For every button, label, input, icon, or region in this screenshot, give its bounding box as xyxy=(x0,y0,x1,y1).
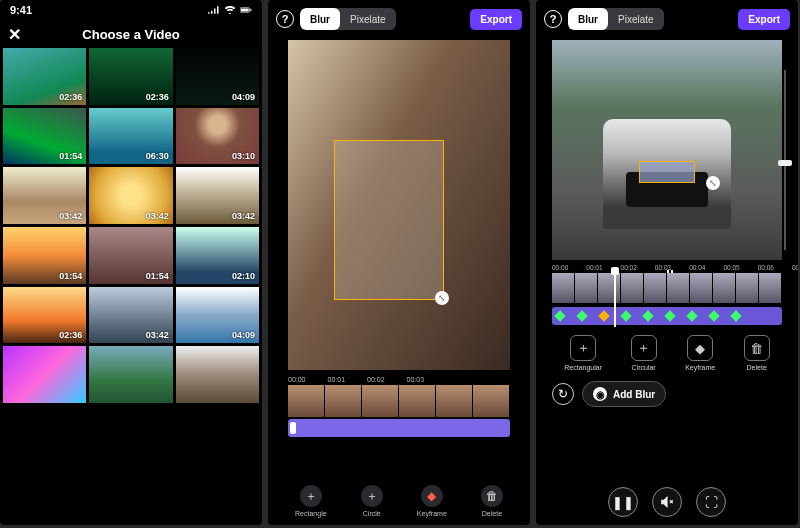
keyframe-marker-icon[interactable] xyxy=(664,310,675,321)
add-blur-button[interactable]: ◉ Add Blur xyxy=(582,381,666,407)
trash-icon: 🗑 xyxy=(481,485,503,507)
video-preview[interactable]: ⤡ xyxy=(288,40,510,370)
video-thumb[interactable]: 06:30 xyxy=(89,108,172,165)
help-icon[interactable]: ? xyxy=(544,10,562,28)
blur-editor-panel-portrait: ? Blur Pixelate Export ⤡ 00:00 00:01 00:… xyxy=(268,0,530,525)
blur-editor-panel-car: ? Blur Pixelate Export ⤡ 00:00 00:01 00:… xyxy=(536,0,798,525)
keyframe-marker-icon[interactable] xyxy=(642,310,653,321)
shape-toolbar: ＋ Rectangle ＋ Circle ◆ Keyframe 🗑 Delete xyxy=(268,485,530,517)
blur-region-rectangle[interactable]: ⤡ xyxy=(334,140,444,300)
export-button[interactable]: Export xyxy=(738,9,790,30)
keyframe-icon: ◆ xyxy=(687,335,713,361)
undo-icon[interactable]: ↻ xyxy=(552,383,574,405)
header: ✕ Choose a Video xyxy=(0,20,262,48)
status-bar: 9:41 xyxy=(0,0,262,20)
playback-controls: ❚❚ ⛶ xyxy=(536,487,798,517)
keyframe-track[interactable] xyxy=(552,307,782,325)
speaker-off-icon xyxy=(660,495,674,509)
video-thumb[interactable]: 02:36 xyxy=(3,48,86,105)
plus-icon: ＋ xyxy=(361,485,383,507)
video-thumb[interactable]: 03:42 xyxy=(176,167,259,224)
plus-icon: ＋ xyxy=(300,485,322,507)
video-thumb[interactable]: 01:54 xyxy=(89,227,172,284)
tab-blur[interactable]: Blur xyxy=(568,8,608,30)
battery-icon xyxy=(240,6,252,14)
tool-keyframe[interactable]: ◆ Keyframe xyxy=(685,335,715,371)
video-grid: 02:36 02:36 04:09 01:54 06:30 03:10 03:4… xyxy=(0,48,262,403)
droplet-icon: ◉ xyxy=(593,387,607,401)
mode-segmented-control: Blur Pixelate xyxy=(300,8,396,30)
tool-delete[interactable]: 🗑 Delete xyxy=(744,335,770,371)
status-icons xyxy=(208,6,252,14)
tool-rectangle[interactable]: ＋ Rectangle xyxy=(295,485,327,517)
keyframe-marker-icon[interactable] xyxy=(686,310,697,321)
tool-keyframe[interactable]: ◆ Keyframe xyxy=(417,485,447,517)
resize-handle-icon[interactable]: ⤡ xyxy=(435,291,449,305)
video-thumb[interactable]: 03:10 xyxy=(176,108,259,165)
video-thumb[interactable] xyxy=(3,346,86,403)
tool-delete[interactable]: 🗑 Delete xyxy=(481,485,503,517)
timeline-ticks: 00:00 00:01 00:02 00:03 xyxy=(268,370,530,385)
plus-icon: ＋ xyxy=(570,335,596,361)
mode-segmented-control: Blur Pixelate xyxy=(568,8,664,30)
page-title: Choose a Video xyxy=(82,27,179,42)
editor-header: ? Blur Pixelate Export xyxy=(268,0,530,36)
playhead[interactable] xyxy=(614,271,616,327)
wifi-icon xyxy=(224,6,236,14)
keyframe-marker-icon[interactable] xyxy=(730,310,741,321)
tab-blur[interactable]: Blur xyxy=(300,8,340,30)
video-thumb[interactable]: 02:10 xyxy=(176,227,259,284)
keyframe-marker-active-icon[interactable] xyxy=(598,310,609,321)
add-blur-row: ↻ ◉ Add Blur xyxy=(552,381,782,407)
keyframe-marker-icon[interactable] xyxy=(576,310,587,321)
video-thumb[interactable]: 02:36 xyxy=(89,48,172,105)
intensity-slider[interactable] xyxy=(778,70,792,250)
tab-pixelate[interactable]: Pixelate xyxy=(340,8,396,30)
video-preview[interactable]: ⤡ xyxy=(552,40,782,260)
help-icon[interactable]: ? xyxy=(276,10,294,28)
tab-pixelate[interactable]: Pixelate xyxy=(608,8,664,30)
svg-rect-1 xyxy=(241,9,249,12)
shape-toolbar: ＋ Rectangular ＋ Circular ◆ Keyframe 🗑 De… xyxy=(536,335,798,371)
slider-thumb[interactable] xyxy=(778,160,792,166)
timeline[interactable] xyxy=(288,385,510,417)
fullscreen-button[interactable]: ⛶ xyxy=(696,487,726,517)
timeline[interactable] xyxy=(552,273,782,303)
editor-header: ? Blur Pixelate Export xyxy=(536,0,798,36)
tool-rectangle[interactable]: ＋ Rectangular xyxy=(564,335,602,371)
video-thumb[interactable]: 03:42 xyxy=(3,167,86,224)
video-thumb[interactable]: 04:09 xyxy=(176,48,259,105)
video-thumb[interactable]: 02:36 xyxy=(3,287,86,344)
video-thumb[interactable]: 03:42 xyxy=(89,167,172,224)
keyframe-marker-icon[interactable] xyxy=(620,310,631,321)
export-button[interactable]: Export xyxy=(470,9,522,30)
pause-button[interactable]: ❚❚ xyxy=(608,487,638,517)
blur-region-rectangle[interactable] xyxy=(639,161,694,183)
track-handle-icon[interactable] xyxy=(290,422,296,434)
keyframe-marker-icon[interactable] xyxy=(708,310,719,321)
video-thumb[interactable]: 04:09 xyxy=(176,287,259,344)
choose-video-panel: 9:41 ✕ Choose a Video 02:36 02:36 04:09 … xyxy=(0,0,262,525)
blur-track[interactable] xyxy=(288,419,510,437)
signal-icon xyxy=(208,6,220,14)
svg-rect-2 xyxy=(250,9,251,11)
keyframe-icon: ◆ xyxy=(421,485,443,507)
plus-icon: ＋ xyxy=(631,335,657,361)
video-thumb[interactable] xyxy=(176,346,259,403)
tool-circle[interactable]: ＋ Circle xyxy=(361,485,383,517)
status-time: 9:41 xyxy=(10,4,32,16)
video-thumb[interactable]: 01:54 xyxy=(3,227,86,284)
video-thumb[interactable]: 03:42 xyxy=(89,287,172,344)
trash-icon: 🗑 xyxy=(744,335,770,361)
mute-button[interactable] xyxy=(652,487,682,517)
video-thumb[interactable] xyxy=(89,346,172,403)
tool-circle[interactable]: ＋ Circular xyxy=(631,335,657,371)
video-thumb[interactable]: 01:54 xyxy=(3,108,86,165)
close-icon[interactable]: ✕ xyxy=(8,25,21,44)
keyframe-marker-icon[interactable] xyxy=(554,310,565,321)
